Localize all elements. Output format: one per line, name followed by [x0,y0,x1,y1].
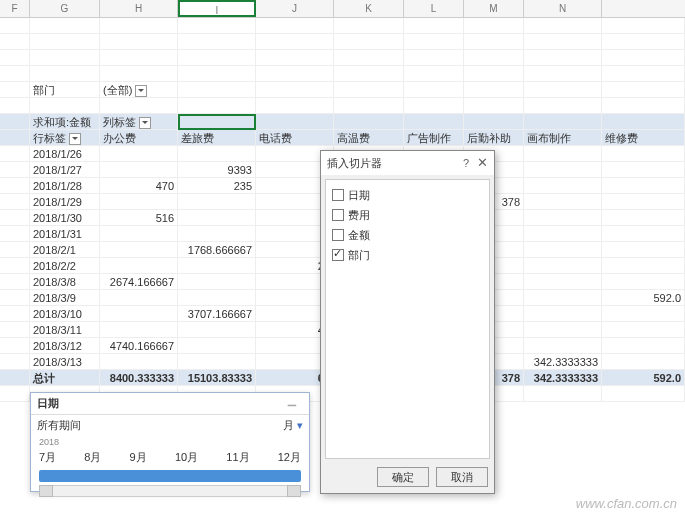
pivot-header-1: 求和项:金额 列标签 [0,114,685,130]
timeline-range-bar[interactable] [39,470,301,482]
date-cell: 2018/3/12 [30,338,100,354]
timeline-period: 所有期间 [37,419,81,431]
date-cell: 2018/1/28 [30,178,100,194]
col-labels[interactable]: 列标签 [100,114,178,130]
date-cell: 2018/3/8 [30,274,100,290]
timeline-slicer[interactable]: 日期⚊ 所有期间月 ▾ 2018 7月8月9月10月11月12月 [30,392,310,492]
col-K[interactable]: K [334,0,404,17]
col-N[interactable]: N [524,0,602,17]
hdr-c3: 电话费 [256,130,334,146]
col-G[interactable]: G [30,0,100,17]
chevron-down-icon[interactable] [69,133,81,145]
filter-row: 部门 (全部) [0,82,685,98]
date-cell: 2018/2/1 [30,242,100,258]
date-cell: 2018/3/13 [30,354,100,370]
chevron-down-icon[interactable] [135,85,147,97]
insert-slicer-dialog: 插入切片器 ✕ ? 日期 费用 金额 部门 确定 取消 [320,150,495,494]
timeline-title: 日期 [37,397,59,409]
column-headers: F G H I J K L M N [0,0,685,18]
hdr-c7: 画布制作 [524,130,602,146]
timeline-scrollbar[interactable] [39,485,301,497]
dialog-body: 日期 费用 金额 部门 [325,179,490,459]
filter-icon[interactable]: ⚊ [287,396,303,412]
timeline-months: 7月8月9月10月11月12月 [31,448,309,467]
col-J[interactable]: J [256,0,334,17]
date-cell: 2018/1/26 [30,146,100,162]
hdr-c8: 维修费 [602,130,685,146]
slicer-option-expense[interactable]: 费用 [332,206,483,224]
col-I[interactable]: I [178,0,256,17]
ok-button[interactable]: 确定 [377,467,429,487]
hdr-c5: 广告制作 [404,130,464,146]
checkbox-checked-icon[interactable] [332,249,344,261]
date-cell: 2018/2/2 [30,258,100,274]
total-label: 总计 [30,370,100,386]
col-L[interactable]: L [404,0,464,17]
row-label[interactable]: 行标签 [30,130,100,146]
date-cell: 2018/3/10 [30,306,100,322]
slicer-option-dept[interactable]: 部门 [332,246,483,264]
pivot-header-2: 行标签 办公费 差旅费 电话费 高温费 广告制作 后勤补助 画布制作 维修费 [0,130,685,146]
filter-dept-value[interactable]: (全部) [100,82,178,98]
slicer-option-date[interactable]: 日期 [332,186,483,204]
checkbox-icon[interactable] [332,189,344,201]
filter-dept-label: 部门 [30,82,100,98]
date-cell: 2018/1/29 [30,194,100,210]
hdr-c2: 差旅费 [178,130,256,146]
help-icon[interactable]: ? [463,151,469,175]
date-cell: 2018/3/9 [30,290,100,306]
date-cell: 2018/1/31 [30,226,100,242]
watermark: www.cfan.com.cn [576,496,677,511]
col-M[interactable]: M [464,0,524,17]
timeline-unit[interactable]: 月 ▾ [283,418,303,433]
dialog-title: 插入切片器 [327,157,382,169]
close-icon[interactable]: ✕ [477,151,488,175]
checkbox-icon[interactable] [332,229,344,241]
date-cell: 2018/3/11 [30,322,100,338]
cancel-button[interactable]: 取消 [436,467,488,487]
hdr-c6: 后勤补助 [464,130,524,146]
date-cell: 2018/1/30 [30,210,100,226]
dialog-titlebar[interactable]: 插入切片器 ✕ ? [321,151,494,175]
col-H[interactable]: H [100,0,178,17]
sum-field-label: 求和项:金额 [30,114,100,130]
slicer-option-amount[interactable]: 金额 [332,226,483,244]
hdr-c1: 办公费 [100,130,178,146]
active-cell[interactable] [178,114,256,130]
col-F[interactable]: F [0,0,30,17]
timeline-year: 2018 [31,436,309,448]
checkbox-icon[interactable] [332,209,344,221]
chevron-down-icon[interactable] [139,117,151,129]
hdr-c4: 高温费 [334,130,404,146]
date-cell: 2018/1/27 [30,162,100,178]
